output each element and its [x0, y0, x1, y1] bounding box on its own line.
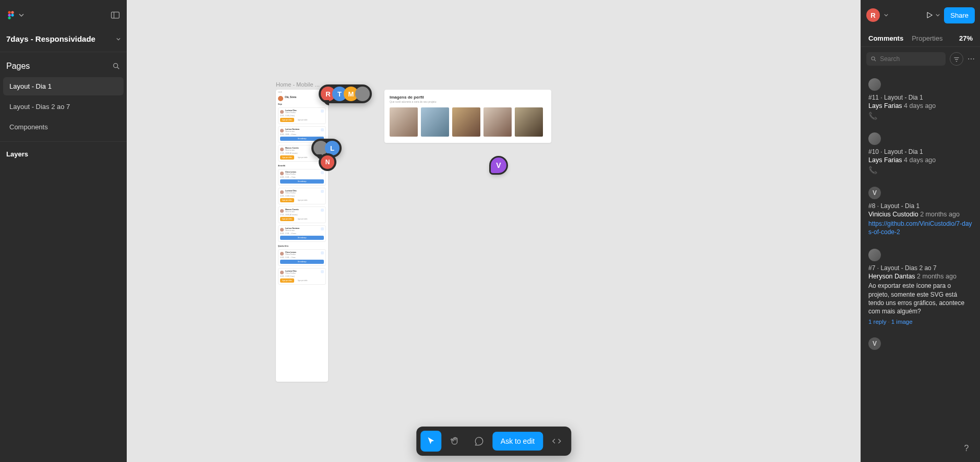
share-button[interactable]: Share: [944, 7, 975, 23]
profile-images-frame[interactable]: Imagens de perfil Que você adoraria a ca…: [384, 90, 551, 143]
present-button[interactable]: [925, 11, 940, 19]
panel-toggle-icon[interactable]: [110, 10, 120, 20]
comment-pin[interactable]: V: [491, 157, 506, 173]
flag-icon: [321, 251, 324, 254]
comment-tool-button[interactable]: [468, 431, 489, 452]
svg-point-3: [11, 14, 14, 16]
avatar: [280, 172, 284, 175]
play-icon: [925, 11, 934, 19]
section-tomorrow: Amanhã: [276, 164, 328, 168]
search-box[interactable]: [866, 52, 946, 66]
figma-icon: [6, 10, 16, 20]
ask-to-edit-button[interactable]: Ask to edit: [492, 432, 543, 451]
comment-link[interactable]: https://github.com/ViniCustodio/7-days-o…: [868, 220, 972, 236]
avatar: [280, 129, 284, 132]
pages-header: Pages: [0, 52, 127, 76]
svg-point-7: [114, 64, 118, 68]
more-button[interactable]: ⋯: [967, 55, 975, 63]
comment-pin-cluster[interactable]: L: [311, 139, 342, 157]
pin-avatar[interactable]: N: [321, 155, 334, 169]
flag-icon: [321, 110, 324, 113]
svg-line-8: [117, 67, 119, 69]
comment-item[interactable]: #11 · Layout - Dia 1 Lays Farias 4 days …: [861, 73, 980, 127]
move-tool-button[interactable]: [420, 431, 441, 452]
comment-meta: #7 · Layout - Dias 2 ao 7: [868, 264, 973, 272]
page-item-layout-dias-2-7[interactable]: Layout - Dias 2 ao 7: [3, 98, 124, 116]
comment-item[interactable]: #7 · Layout - Dias 2 ao 7 Heryson Dantas…: [861, 244, 980, 332]
avatar: [280, 252, 284, 256]
search-icon[interactable]: [112, 62, 120, 70]
avatar: [278, 96, 283, 101]
avatar: [280, 271, 284, 274]
profile-image: [452, 107, 480, 137]
chevron-down-icon[interactable]: [884, 13, 888, 17]
top-bar-left: [0, 0, 127, 30]
appointment-card: Clara LemosClínica Ortofisio 14:00 – 15:…: [278, 169, 326, 186]
canvas[interactable]: Home - Mobile ... 13:23 Olá, Sônia Prati…: [127, 0, 861, 462]
tab-properties[interactable]: Properties: [912, 34, 942, 42]
search-input[interactable]: [880, 55, 941, 63]
profile-image: [515, 107, 543, 137]
comment-pin-cluster[interactable]: R T M: [319, 84, 372, 103]
mobile-frame[interactable]: 13:23 Olá, Sônia Pratic a amena do hoje …: [276, 90, 328, 382]
comment-item[interactable]: V #8 · Layout - Dia 1 Vinicius Custodio …: [861, 181, 980, 244]
svg-point-0: [8, 11, 10, 14]
chevron-down-icon[interactable]: [116, 37, 120, 41]
avatar: [868, 78, 881, 91]
comment-author: Vinicius Custodio 2 months ago: [868, 211, 973, 218]
filter-button[interactable]: [950, 52, 963, 66]
avatar: [280, 209, 284, 213]
avatar: V: [868, 337, 881, 350]
hand-tool-button[interactable]: [444, 431, 465, 452]
filter-icon: [953, 55, 960, 63]
avatar: V: [868, 187, 881, 199]
appointment-card: Larissa SantanaSócia na casa 16:00 – 17:…: [278, 225, 326, 242]
help-button[interactable]: ?: [960, 442, 973, 455]
flag-icon: [321, 171, 324, 174]
dev-mode-button[interactable]: [546, 431, 567, 452]
search-icon: [870, 55, 877, 63]
search-row: ⋯: [861, 47, 980, 71]
svg-rect-5: [112, 12, 119, 18]
page-item-components[interactable]: Components: [3, 118, 124, 136]
layers-header[interactable]: Layers: [0, 141, 127, 166]
frame-label[interactable]: Home - Mobile ...: [276, 81, 320, 88]
comment-meta: #8 · Layout - Dia 1: [868, 202, 973, 210]
code-icon: [551, 436, 562, 446]
section-today: Hoje: [276, 102, 328, 106]
appointment-card: Luciana DiasClínica Ortofisio 14:00 – 15…: [278, 268, 326, 285]
bottom-toolbar: Ask to edit: [416, 427, 571, 456]
comment-item[interactable]: #10 · Layout - Dia 1 Lays Farias 4 days …: [861, 127, 980, 181]
tab-comments[interactable]: Comments: [868, 34, 903, 42]
canvas-inner: Home - Mobile ... 13:23 Olá, Sônia Prati…: [127, 0, 861, 462]
avatar: [280, 190, 284, 194]
svg-line-10: [875, 60, 876, 62]
profile-image: [390, 107, 418, 137]
comment-body: https://github.com/ViniCustodio/7-days-o…: [868, 220, 973, 236]
comment-item[interactable]: V: [861, 332, 980, 360]
avatar: [868, 132, 881, 145]
flag-icon: [321, 227, 324, 230]
comments-list[interactable]: #11 · Layout - Dia 1 Lays Farias 4 days …: [861, 71, 980, 462]
comment-replies[interactable]: 1 reply·1 image: [868, 319, 973, 325]
user-avatar[interactable]: R: [866, 8, 880, 22]
profile-title: Imagens de perfil: [390, 95, 546, 100]
flag-icon: [321, 270, 324, 273]
comment-emoji: 📞: [868, 166, 973, 174]
avatar: [280, 228, 284, 232]
comment-author: Lays Farias 4 days ago: [868, 156, 973, 164]
file-title: 7days - Responsividade: [6, 34, 95, 43]
main-menu-button[interactable]: [6, 10, 24, 20]
tabs-row: Comments Properties 27%: [861, 30, 980, 47]
page-item-layout-dia-1[interactable]: Layout - Dia 1: [3, 77, 124, 95]
svg-point-2: [8, 14, 10, 16]
comment-author: Lays Farias 4 days ago: [868, 102, 973, 110]
pin-avatar: [355, 87, 370, 101]
svg-point-9: [872, 57, 875, 60]
chevron-down-icon: [19, 13, 24, 18]
appointment-card: Marcos CorreiaSócia na casa 17:20 – 18:0…: [278, 206, 326, 223]
zoom-level[interactable]: 27%: [959, 34, 973, 42]
profile-image: [483, 107, 512, 137]
file-title-row: 7days - Responsividade: [0, 30, 127, 52]
pages-label: Pages: [6, 62, 30, 71]
